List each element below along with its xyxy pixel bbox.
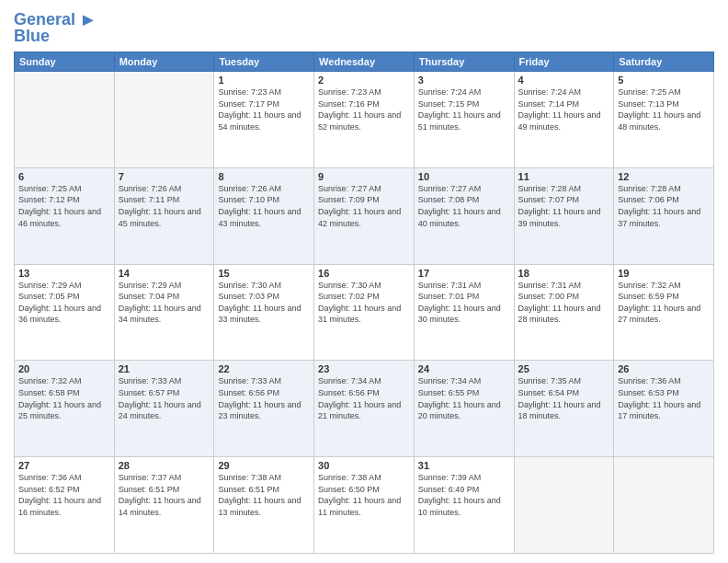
day-info: Sunrise: 7:23 AMSunset: 7:17 PMDaylight:…	[218, 86, 310, 132]
day-number: 11	[518, 171, 610, 182]
logo: General ► Blue	[14, 9, 97, 46]
day-number: 23	[318, 363, 410, 374]
calendar-day-cell: 22Sunrise: 7:33 AMSunset: 6:56 PMDayligh…	[214, 361, 314, 457]
weekday-header-row: SundayMondayTuesdayWednesdayThursdayFrid…	[15, 52, 714, 72]
day-number: 2	[318, 75, 410, 86]
calendar-day-cell: 12Sunrise: 7:28 AMSunset: 7:06 PMDayligh…	[614, 167, 714, 264]
calendar-day-cell: 29Sunrise: 7:38 AMSunset: 6:51 PMDayligh…	[214, 457, 314, 554]
day-number: 18	[518, 268, 610, 279]
day-number: 22	[218, 363, 310, 374]
day-info: Sunrise: 7:32 AMSunset: 6:58 PMDaylight:…	[18, 375, 110, 421]
day-info: Sunrise: 7:36 AMSunset: 6:53 PMDaylight:…	[618, 375, 710, 421]
calendar-table: SundayMondayTuesdayWednesdayThursdayFrid…	[14, 52, 714, 554]
calendar-day-cell	[15, 72, 115, 168]
calendar-day-cell: 14Sunrise: 7:29 AMSunset: 7:04 PMDayligh…	[114, 264, 214, 361]
weekday-header: Saturday	[614, 52, 714, 72]
logo-blue: Blue	[14, 27, 50, 46]
day-info: Sunrise: 7:33 AMSunset: 6:56 PMDaylight:…	[218, 375, 310, 421]
calendar-day-cell: 25Sunrise: 7:35 AMSunset: 6:54 PMDayligh…	[514, 361, 614, 457]
day-number: 12	[618, 171, 710, 182]
calendar-day-cell: 13Sunrise: 7:29 AMSunset: 7:05 PMDayligh…	[15, 264, 115, 361]
day-info: Sunrise: 7:31 AMSunset: 7:00 PMDaylight:…	[518, 280, 610, 326]
day-number: 6	[18, 171, 110, 182]
day-info: Sunrise: 7:38 AMSunset: 6:51 PMDaylight:…	[218, 472, 310, 518]
calendar-day-cell: 26Sunrise: 7:36 AMSunset: 6:53 PMDayligh…	[614, 361, 714, 457]
day-number: 27	[18, 460, 110, 471]
calendar-day-cell: 10Sunrise: 7:27 AMSunset: 7:08 PMDayligh…	[414, 167, 514, 264]
calendar-day-cell	[614, 457, 714, 554]
day-info: Sunrise: 7:26 AMSunset: 7:10 PMDaylight:…	[218, 183, 310, 229]
day-number: 15	[218, 268, 310, 279]
day-number: 29	[218, 460, 310, 471]
day-info: Sunrise: 7:23 AMSunset: 7:16 PMDaylight:…	[318, 86, 410, 132]
calendar-day-cell: 23Sunrise: 7:34 AMSunset: 6:56 PMDayligh…	[314, 361, 415, 457]
day-info: Sunrise: 7:25 AMSunset: 7:13 PMDaylight:…	[618, 86, 710, 132]
day-number: 13	[18, 268, 110, 279]
day-number: 21	[119, 363, 210, 374]
day-info: Sunrise: 7:37 AMSunset: 6:51 PMDaylight:…	[119, 472, 210, 518]
weekday-header: Wednesday	[314, 52, 415, 72]
weekday-header: Friday	[514, 52, 614, 72]
weekday-header: Monday	[114, 52, 214, 72]
logo-bird-icon: ►	[79, 9, 97, 30]
calendar-day-cell: 24Sunrise: 7:34 AMSunset: 6:55 PMDayligh…	[414, 361, 514, 457]
calendar-day-cell: 30Sunrise: 7:38 AMSunset: 6:50 PMDayligh…	[314, 457, 415, 554]
calendar-day-cell: 5Sunrise: 7:25 AMSunset: 7:13 PMDaylight…	[614, 72, 714, 168]
calendar-day-cell: 15Sunrise: 7:30 AMSunset: 7:03 PMDayligh…	[214, 264, 314, 361]
day-number: 31	[418, 460, 510, 471]
calendar-day-cell	[114, 72, 214, 168]
calendar-day-cell: 11Sunrise: 7:28 AMSunset: 7:07 PMDayligh…	[514, 167, 614, 264]
day-number: 30	[318, 460, 410, 471]
weekday-header: Tuesday	[214, 52, 314, 72]
day-info: Sunrise: 7:30 AMSunset: 7:02 PMDaylight:…	[318, 280, 410, 326]
calendar-day-cell: 21Sunrise: 7:33 AMSunset: 6:57 PMDayligh…	[114, 361, 214, 457]
day-number: 5	[618, 75, 710, 86]
day-info: Sunrise: 7:27 AMSunset: 7:08 PMDaylight:…	[418, 183, 510, 229]
day-number: 17	[418, 268, 510, 279]
day-info: Sunrise: 7:38 AMSunset: 6:50 PMDaylight:…	[318, 472, 410, 518]
weekday-header: Thursday	[414, 52, 514, 72]
day-number: 25	[518, 363, 610, 374]
calendar-day-cell: 27Sunrise: 7:36 AMSunset: 6:52 PMDayligh…	[15, 457, 115, 554]
calendar-day-cell: 31Sunrise: 7:39 AMSunset: 6:49 PMDayligh…	[414, 457, 514, 554]
day-number: 28	[119, 460, 210, 471]
day-info: Sunrise: 7:25 AMSunset: 7:12 PMDaylight:…	[18, 183, 110, 229]
calendar-week-row: 13Sunrise: 7:29 AMSunset: 7:05 PMDayligh…	[15, 264, 714, 361]
day-info: Sunrise: 7:24 AMSunset: 7:14 PMDaylight:…	[518, 86, 610, 132]
calendar-day-cell: 3Sunrise: 7:24 AMSunset: 7:15 PMDaylight…	[414, 72, 514, 168]
day-number: 19	[618, 268, 710, 279]
day-info: Sunrise: 7:34 AMSunset: 6:55 PMDaylight:…	[418, 375, 510, 421]
calendar-day-cell: 7Sunrise: 7:26 AMSunset: 7:11 PMDaylight…	[114, 167, 214, 264]
weekday-header: Sunday	[15, 52, 115, 72]
day-number: 9	[318, 171, 410, 182]
calendar-day-cell: 9Sunrise: 7:27 AMSunset: 7:09 PMDaylight…	[314, 167, 415, 264]
calendar-week-row: 1Sunrise: 7:23 AMSunset: 7:17 PMDaylight…	[15, 72, 714, 168]
calendar-week-row: 20Sunrise: 7:32 AMSunset: 6:58 PMDayligh…	[15, 361, 714, 457]
calendar-week-row: 6Sunrise: 7:25 AMSunset: 7:12 PMDaylight…	[15, 167, 714, 264]
calendar-week-row: 27Sunrise: 7:36 AMSunset: 6:52 PMDayligh…	[15, 457, 714, 554]
day-info: Sunrise: 7:32 AMSunset: 6:59 PMDaylight:…	[618, 280, 710, 326]
calendar-day-cell: 18Sunrise: 7:31 AMSunset: 7:00 PMDayligh…	[514, 264, 614, 361]
day-info: Sunrise: 7:28 AMSunset: 7:07 PMDaylight:…	[518, 183, 610, 229]
calendar-day-cell	[514, 457, 614, 554]
day-info: Sunrise: 7:31 AMSunset: 7:01 PMDaylight:…	[418, 280, 510, 326]
calendar-day-cell: 4Sunrise: 7:24 AMSunset: 7:14 PMDaylight…	[514, 72, 614, 168]
day-number: 10	[418, 171, 510, 182]
calendar-day-cell: 28Sunrise: 7:37 AMSunset: 6:51 PMDayligh…	[114, 457, 214, 554]
day-info: Sunrise: 7:34 AMSunset: 6:56 PMDaylight:…	[318, 375, 410, 421]
day-number: 1	[218, 75, 310, 86]
day-info: Sunrise: 7:35 AMSunset: 6:54 PMDaylight:…	[518, 375, 610, 421]
day-info: Sunrise: 7:26 AMSunset: 7:11 PMDaylight:…	[119, 183, 210, 229]
day-number: 24	[418, 363, 510, 374]
day-number: 16	[318, 268, 410, 279]
day-info: Sunrise: 7:24 AMSunset: 7:15 PMDaylight:…	[418, 86, 510, 132]
day-info: Sunrise: 7:33 AMSunset: 6:57 PMDaylight:…	[119, 375, 210, 421]
day-info: Sunrise: 7:36 AMSunset: 6:52 PMDaylight:…	[18, 472, 110, 518]
day-number: 14	[119, 268, 210, 279]
page-header: General ► Blue	[14, 9, 714, 46]
calendar-day-cell: 1Sunrise: 7:23 AMSunset: 7:17 PMDaylight…	[214, 72, 314, 168]
calendar-day-cell: 2Sunrise: 7:23 AMSunset: 7:16 PMDaylight…	[314, 72, 415, 168]
calendar-day-cell: 19Sunrise: 7:32 AMSunset: 6:59 PMDayligh…	[614, 264, 714, 361]
calendar-day-cell: 8Sunrise: 7:26 AMSunset: 7:10 PMDaylight…	[214, 167, 314, 264]
day-info: Sunrise: 7:39 AMSunset: 6:49 PMDaylight:…	[418, 472, 510, 518]
